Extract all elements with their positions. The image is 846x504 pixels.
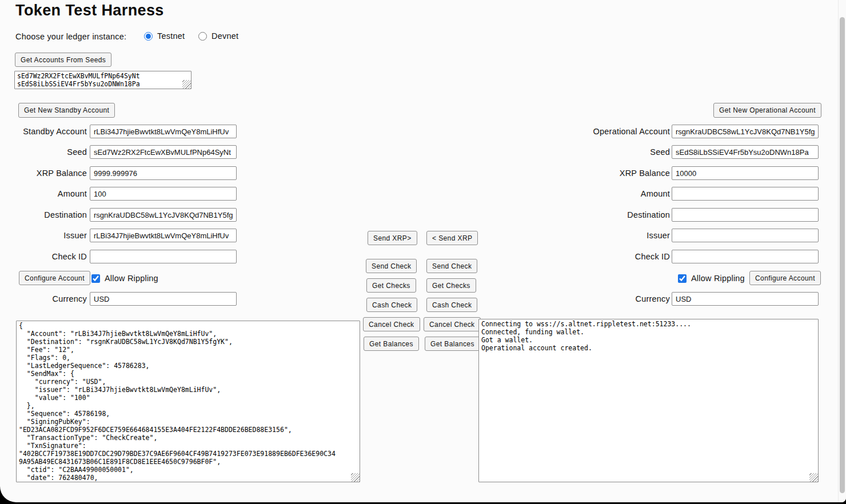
standby-allow-rippling[interactable]: Allow Rippling <box>91 272 158 285</box>
operational-configure-account-button[interactable]: Configure Account <box>749 271 821 285</box>
operational-allow-rippling-label: Allow Rippling <box>691 274 745 283</box>
standby-results-textarea[interactable] <box>16 321 360 482</box>
radio-testnet[interactable]: Testnet <box>144 30 185 42</box>
standby-cash-check-button[interactable]: Cash Check <box>366 298 417 312</box>
operational-allow-rippling[interactable]: Allow Rippling <box>678 272 745 285</box>
page-scrollbar-thumb[interactable] <box>840 17 845 493</box>
get-accounts-from-seeds-button[interactable]: Get Accounts From Seeds <box>15 53 111 67</box>
standby-currency-input[interactable] <box>90 292 237 306</box>
send-xrp-to-operational-button[interactable]: Send XRP> <box>368 231 417 245</box>
standby-currency-label: Currency <box>0 292 87 306</box>
operational-issuer-label: Issuer <box>526 229 670 242</box>
standby-account-input[interactable] <box>90 125 237 138</box>
operational-destination-input[interactable] <box>672 208 819 222</box>
radio-devnet-label: Devnet <box>212 31 238 41</box>
operational-amount-label: Amount <box>526 187 670 201</box>
operational-issuer-input[interactable] <box>672 229 819 242</box>
standby-seed-label: Seed <box>0 145 87 159</box>
operational-account-input[interactable] <box>672 125 819 138</box>
standby-send-check-button[interactable]: Send Check <box>366 259 417 273</box>
standby-check-id-input[interactable] <box>90 250 237 263</box>
operational-allow-rippling-checkbox[interactable] <box>678 274 687 283</box>
token-test-harness-page: Token Test Harness Choose your ledger in… <box>0 0 846 502</box>
standby-allow-rippling-checkbox[interactable] <box>91 274 100 283</box>
seeds-textarea[interactable] <box>14 71 191 89</box>
standby-amount-input[interactable] <box>90 187 237 201</box>
operational-destination-label: Destination <box>526 208 670 222</box>
standby-xrp-balance-input[interactable] <box>90 166 237 180</box>
operational-get-checks-button[interactable]: Get Checks <box>426 278 476 293</box>
operational-results-textarea[interactable] <box>478 319 819 482</box>
standby-check-id-label: Check ID <box>0 250 87 263</box>
radio-testnet-label: Testnet <box>157 31 185 41</box>
operational-currency-label: Currency <box>526 292 670 306</box>
operational-xrp-balance-input[interactable] <box>672 166 819 180</box>
get-new-standby-account-button[interactable]: Get New Standby Account <box>18 103 115 118</box>
standby-configure-account-button[interactable]: Configure Account <box>19 271 90 285</box>
operational-account-label: Operational Account <box>526 125 670 138</box>
operational-check-id-label: Check ID <box>526 250 670 263</box>
operational-amount-input[interactable] <box>672 187 819 201</box>
operational-check-id-input[interactable] <box>672 250 819 263</box>
radio-devnet[interactable]: Devnet <box>198 30 238 42</box>
send-xrp-to-standby-button[interactable]: < Send XRP <box>426 231 478 245</box>
standby-seed-input[interactable] <box>90 145 237 159</box>
operational-cancel-check-button[interactable]: Cancel Check <box>424 317 481 331</box>
standby-xrp-balance-label: XRP Balance <box>0 166 87 180</box>
operational-get-balances-button[interactable]: Get Balances <box>425 337 480 351</box>
operational-currency-input[interactable] <box>672 292 819 306</box>
standby-issuer-label: Issuer <box>0 229 87 242</box>
operational-send-check-button[interactable]: Send Check <box>426 259 477 273</box>
radio-devnet-input[interactable] <box>198 32 207 41</box>
standby-destination-input[interactable] <box>90 208 237 222</box>
radio-testnet-input[interactable] <box>144 32 153 41</box>
operational-cash-check-button[interactable]: Cash Check <box>426 298 477 312</box>
page-title: Token Test Harness <box>15 2 164 19</box>
standby-amount-label: Amount <box>0 187 87 201</box>
standby-account-label: Standby Account <box>0 125 87 138</box>
standby-issuer-input[interactable] <box>90 229 237 242</box>
operational-xrp-balance-label: XRP Balance <box>526 166 670 180</box>
operational-seed-label: Seed <box>526 145 670 159</box>
get-new-operational-account-button[interactable]: Get New Operational Account <box>713 103 821 118</box>
operational-seed-input[interactable] <box>672 145 819 159</box>
standby-cancel-check-button[interactable]: Cancel Check <box>363 317 420 331</box>
page-scrollbar[interactable] <box>838 0 846 502</box>
standby-destination-label: Destination <box>0 208 87 222</box>
standby-get-balances-button[interactable]: Get Balances <box>364 337 419 351</box>
standby-allow-rippling-label: Allow Rippling <box>105 274 158 283</box>
ledger-instance-label: Choose your ledger instance: <box>15 30 126 43</box>
standby-get-checks-button[interactable]: Get Checks <box>366 278 416 293</box>
